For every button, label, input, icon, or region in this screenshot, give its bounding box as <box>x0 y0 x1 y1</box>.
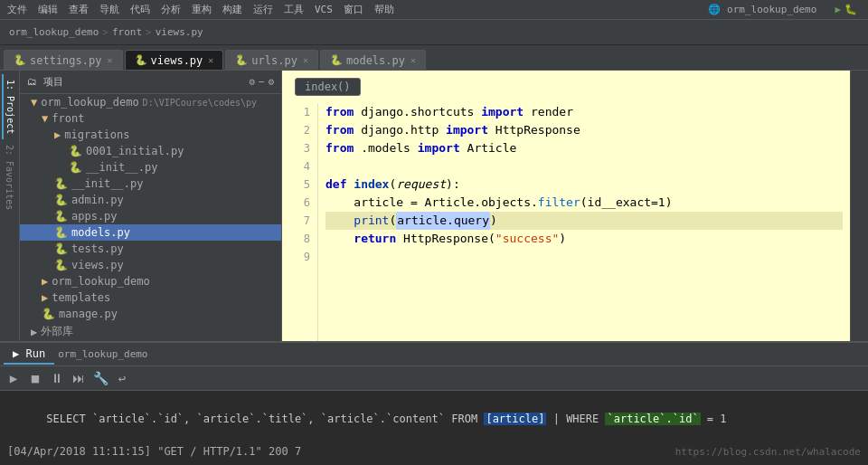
code-line-2: from django.http import HttpResponse <box>326 121 843 139</box>
tab-models-close[interactable]: ✕ <box>410 55 416 65</box>
tab-urls[interactable]: 🐍 urls.py ✕ <box>225 50 318 70</box>
tree-item-migrations[interactable]: ▶ migrations <box>20 127 281 143</box>
folder-icon-orm: ▼ <box>31 96 37 109</box>
line-numbers: 1 2 3 4 5 6 7 8 9 <box>282 103 318 341</box>
tree-item-templates[interactable]: ▶ templates <box>20 289 281 306</box>
code-line-5: def index(request): <box>326 176 843 194</box>
scroll-end-button[interactable]: ↩ <box>112 368 132 388</box>
pause-button[interactable]: ⏸ <box>47 368 67 388</box>
tree-item-external[interactable]: ▶ 外部库 <box>20 322 281 341</box>
menu-navigate[interactable]: 导航 <box>99 3 119 16</box>
watermark: https://blog.csdn.net/whalacode <box>675 446 861 458</box>
tree-item-manage[interactable]: 🐍 manage.py <box>20 306 281 322</box>
tree-label-models: models.py <box>71 226 130 239</box>
tab-urls-close[interactable]: ✕ <box>303 55 308 65</box>
code-line-7: print(article.query) <box>326 212 843 230</box>
run-icon: ▶ <box>13 347 19 360</box>
py-icon-0001: 🐍 <box>69 145 82 157</box>
tab-models[interactable]: 🐍 models.py ✕ <box>320 50 426 70</box>
menu-view[interactable]: 查看 <box>69 3 89 16</box>
breadcrumb-file[interactable]: views.py <box>156 26 203 38</box>
content-area: 1: Project 2: Favorites 🗂 项目 ⚙ − ⚙ ▼ orm… <box>0 71 868 341</box>
editor-tab-bar: 🐍 settings.py ✕ 🐍 views.py ✕ 🐍 urls.py ✕… <box>0 45 868 71</box>
line-num-2: 2 <box>286 121 314 139</box>
run-btn[interactable]: ▶ <box>835 4 841 15</box>
py-icon-models: 🐍 <box>54 226 68 239</box>
tab-views[interactable]: 🐍 views.py ✕ <box>125 50 224 70</box>
urls-py-icon: 🐍 <box>235 54 248 66</box>
code-line-6: article = Article.objects.filter(id__exa… <box>326 194 843 212</box>
breadcrumb: orm_lookup_demo > front > views.py <box>0 20 868 45</box>
breadcrumb-sep2: > <box>146 26 152 38</box>
menu-help[interactable]: 帮助 <box>374 3 394 16</box>
left-tab-favorites[interactable]: 2: Favorites <box>3 139 16 215</box>
rerun-button[interactable]: ▶ <box>4 368 24 388</box>
tab-settings-close[interactable]: ✕ <box>107 55 112 65</box>
code-line-4 <box>326 157 843 176</box>
tab-models-label: models.py <box>346 54 405 67</box>
tree-item-models[interactable]: 🐍 models.py <box>20 224 281 241</box>
tree-label-migrations: migrations <box>64 128 129 141</box>
tree-item-0001[interactable]: 🐍 0001_initial.py <box>20 143 281 159</box>
menu-code[interactable]: 代码 <box>130 3 150 16</box>
tree-item-front[interactable]: ▼ front <box>20 110 281 127</box>
breadcrumb-front[interactable]: front <box>112 26 142 38</box>
py-icon-tests: 🐍 <box>54 242 68 255</box>
right-panel-tabs <box>850 71 868 341</box>
models-py-icon: 🐍 <box>330 54 343 66</box>
sidebar-header: 🗂 项目 ⚙ − ⚙ <box>20 71 281 94</box>
menu-build[interactable]: 构建 <box>222 3 242 16</box>
menu-refactor[interactable]: 重构 <box>192 3 212 16</box>
py-icon-init2: 🐍 <box>54 177 68 190</box>
code-line-1: from django.shortcuts import render <box>326 103 843 121</box>
index-function-button[interactable]: index() <box>295 78 361 96</box>
tree-label-tests: tests.py <box>71 242 124 255</box>
code-editor[interactable]: from django.shortcuts import render from… <box>318 103 850 341</box>
tree-item-init-front[interactable]: 🐍 __init__.py <box>20 176 281 192</box>
tree-item-tests[interactable]: 🐍 tests.py <box>20 241 281 257</box>
line-num-7: 7 <box>286 212 314 230</box>
py-icon-views: 🐍 <box>54 259 68 271</box>
menu-vcs[interactable]: VCS <box>315 4 333 15</box>
sidebar-sync-icon[interactable]: ⚙ <box>249 76 255 88</box>
left-tab-project[interactable]: 1: Project <box>2 74 17 139</box>
menu-tools[interactable]: 工具 <box>284 3 304 16</box>
code-line-3: from .models import Article <box>326 139 843 157</box>
menu-analyze[interactable]: 分析 <box>161 3 181 16</box>
tab-views-label: views.py <box>151 54 203 67</box>
debug-btn[interactable]: 🐛 <box>844 4 857 15</box>
bottom-tab-bar: ▶ Run orm_lookup_demo <box>0 343 868 366</box>
views-py-icon: 🐍 <box>135 54 147 66</box>
line-num-4: 4 <box>286 157 314 176</box>
sidebar-collapse-icon[interactable]: − <box>259 76 265 88</box>
tree-item-orm-sub[interactable]: ▶ orm_lookup_demo <box>20 273 281 289</box>
tab-views-close[interactable]: ✕ <box>208 55 213 65</box>
code-line-9 <box>326 248 843 266</box>
bottom-tab-run[interactable]: ▶ Run <box>4 345 54 365</box>
run-config-name: orm_lookup_demo <box>58 348 147 360</box>
tab-settings[interactable]: 🐍 settings.py ✕ <box>4 50 123 70</box>
settings-py-icon: 🐍 <box>14 54 26 66</box>
menu-edit[interactable]: 编辑 <box>38 3 58 16</box>
menu-run[interactable]: 运行 <box>253 3 273 16</box>
breadcrumb-project[interactable]: orm_lookup_demo <box>9 26 99 38</box>
stop-button[interactable]: ■ <box>25 368 45 388</box>
menu-file[interactable]: 文件 <box>7 3 27 16</box>
menu-window[interactable]: 窗口 <box>344 3 363 16</box>
tree-label-admin: admin.py <box>71 194 124 206</box>
py-icon-admin: 🐍 <box>54 194 68 206</box>
settings-button[interactable]: 🔧 <box>90 368 110 388</box>
tree-item-apps[interactable]: 🐍 apps.py <box>20 208 281 224</box>
sidebar-title: 🗂 项目 <box>27 75 63 89</box>
tree-item-orm-root[interactable]: ▼ orm_lookup_demo D:\VIPCourse\codes\py <box>20 94 281 110</box>
tree-item-init-migrations[interactable]: 🐍 __init__.py <box>20 159 281 176</box>
tree-item-admin[interactable]: 🐍 admin.py <box>20 192 281 208</box>
tree-label-orm: orm_lookup_demo <box>41 96 138 109</box>
tree-label-orm-sub: orm_lookup_demo <box>52 275 149 288</box>
tree-label-manage: manage.py <box>59 308 118 320</box>
line-num-1: 1 <box>286 103 314 121</box>
tree-item-views[interactable]: 🐍 views.py <box>20 257 281 273</box>
sidebar-gear-icon[interactable]: ⚙ <box>268 76 274 88</box>
folder-icon-migrations: ▶ <box>54 128 61 141</box>
step-button[interactable]: ⏭ <box>69 368 89 388</box>
